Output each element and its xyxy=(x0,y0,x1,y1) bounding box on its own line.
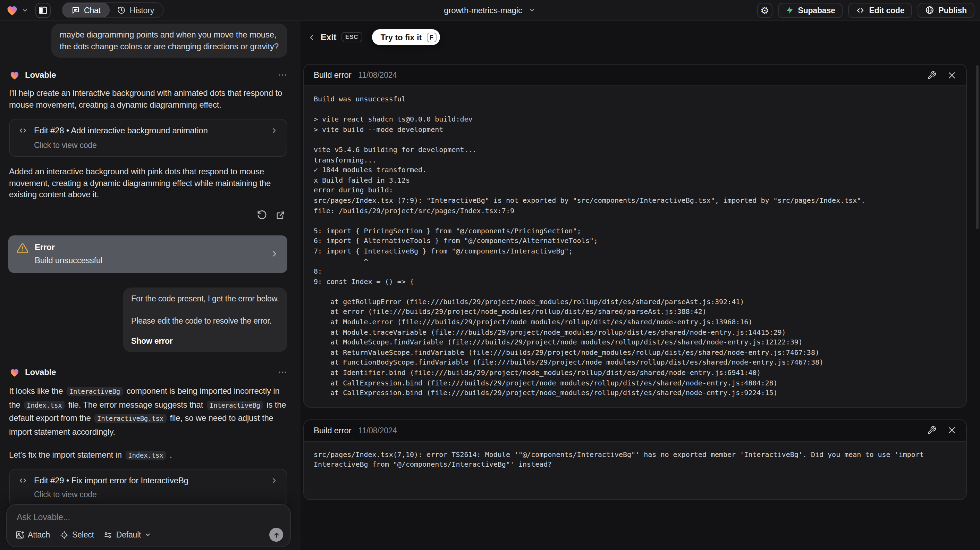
edit-card-title: Edit #28 • Add interactive background an… xyxy=(34,125,264,137)
top-bar: Chat History growth-metrics-magic ⚙ xyxy=(0,0,980,21)
assistant-fix-text-2: Let's fix the import statement in Index.… xyxy=(9,449,287,461)
build-error-card[interactable]: Error Build unsuccessful xyxy=(8,235,287,273)
error-card-title: Build error xyxy=(314,426,352,435)
edit-card-subtitle: Click to view code xyxy=(34,139,278,151)
tab-history-label: History xyxy=(130,6,154,14)
publish-label: Publish xyxy=(939,6,967,14)
lovable-logo-icon xyxy=(6,4,19,16)
error-card-header: Build error 11/08/2024 xyxy=(304,65,966,86)
supabase-button[interactable]: Supabase xyxy=(778,2,843,18)
chat-input[interactable] xyxy=(7,505,290,528)
exit-label: Exit xyxy=(321,32,336,42)
workspace-chevron-icon xyxy=(22,6,29,14)
error-panel-header: Exit ESC Try to fix it F xyxy=(307,29,967,45)
build-error-log: Build was unsuccessful > vite_react_shad… xyxy=(304,86,966,407)
chevron-right-icon xyxy=(270,249,279,258)
chat-icon xyxy=(72,6,80,14)
target-icon xyxy=(60,530,69,539)
close-icon[interactable] xyxy=(947,70,956,80)
image-icon xyxy=(15,530,24,539)
assistant-summary-text: Added an interactive background with pin… xyxy=(9,166,287,200)
warning-triangle-icon xyxy=(17,242,29,254)
model-picker[interactable]: Default xyxy=(104,530,152,539)
chevron-right-icon xyxy=(270,127,278,135)
open-preview-icon[interactable] xyxy=(275,210,285,220)
assistant-header: Lovable xyxy=(9,366,287,378)
lovable-app: Chat History growth-metrics-magic ⚙ xyxy=(0,0,980,550)
select-label: Select xyxy=(72,531,94,539)
assistant-intro-text: I'll help create an interactive backgrou… xyxy=(9,88,287,110)
chat-history-tabs: Chat History xyxy=(62,2,164,18)
attach-label: Attach xyxy=(28,531,50,539)
fix-button-label: Try to fix it xyxy=(380,32,422,42)
error-card-title: Build error xyxy=(314,70,352,80)
esc-key-hint: ESC xyxy=(341,32,362,42)
tab-history[interactable]: History xyxy=(109,3,162,17)
chat-messages: maybe diagramming points and when you mo… xyxy=(0,21,301,550)
workspace-menu[interactable] xyxy=(6,4,29,16)
attach-button[interactable]: Attach xyxy=(15,530,50,539)
sidebar-toggle-button[interactable] xyxy=(35,2,51,18)
code-brackets-icon xyxy=(856,6,865,14)
edit-card-title: Edit #29 • Fix import error for Interact… xyxy=(34,475,264,486)
error-card-subtitle: Build unsuccessful xyxy=(35,255,264,266)
arrow-up-icon xyxy=(272,531,280,539)
edit-card-28[interactable]: Edit #28 • Add interactive background an… xyxy=(9,119,287,157)
wrench-icon[interactable] xyxy=(927,70,936,80)
sliders-icon xyxy=(104,530,113,539)
assistant-fix-text: It looks like the InteractiveBg componen… xyxy=(9,385,287,438)
f-key-hint: F xyxy=(426,32,436,42)
chevron-right-icon xyxy=(270,477,278,485)
refresh-icon[interactable] xyxy=(257,210,267,220)
message-more-button[interactable] xyxy=(278,70,287,80)
message-more-button[interactable] xyxy=(278,367,287,377)
error-card-header: Build error 11/08/2024 xyxy=(304,420,966,442)
try-to-fix-button[interactable]: Try to fix it F xyxy=(372,29,440,45)
panel-left-icon xyxy=(38,5,48,15)
assistant-name: Lovable xyxy=(25,367,273,378)
settings-button[interactable]: ⚙ xyxy=(757,2,773,18)
user-message: maybe diagramming points and when you mo… xyxy=(51,24,287,57)
assistant-name: Lovable xyxy=(25,69,273,81)
edit-code-button[interactable]: Edit code xyxy=(848,2,912,18)
send-button[interactable] xyxy=(269,528,283,542)
build-error-log-card: Build error 11/08/2024 src/pages/Index.t… xyxy=(303,419,967,500)
wrench-icon[interactable] xyxy=(927,426,936,435)
chat-panel: maybe diagramming points and when you mo… xyxy=(0,21,301,550)
error-card-date: 11/08/2024 xyxy=(358,71,397,79)
code-icon xyxy=(18,127,28,135)
assistant-header: Lovable xyxy=(9,69,287,81)
close-icon[interactable] xyxy=(947,426,956,435)
exit-button[interactable]: Exit ESC xyxy=(307,32,362,42)
chevron-down-icon xyxy=(144,531,151,538)
code-icon xyxy=(18,477,28,485)
publish-button[interactable]: Publish xyxy=(918,2,974,18)
lovable-avatar-icon xyxy=(9,367,20,378)
build-error-log: src/pages/Index.tsx(7,10): error TS2614:… xyxy=(304,442,966,499)
supabase-icon xyxy=(786,6,794,14)
globe-icon xyxy=(925,6,934,14)
gear-icon: ⚙ xyxy=(760,5,769,15)
show-error-link[interactable]: Show error xyxy=(131,335,279,346)
error-card-title: Error xyxy=(35,242,55,252)
chevron-left-icon xyxy=(307,33,316,41)
select-button[interactable]: Select xyxy=(60,530,94,539)
user-message-line: For the code present, I get the error be… xyxy=(131,293,279,304)
history-icon xyxy=(117,6,126,14)
tab-chat-label: Chat xyxy=(84,6,101,14)
scrollbar-thumb[interactable] xyxy=(976,65,978,229)
supabase-label: Supabase xyxy=(798,6,835,14)
message-actions xyxy=(9,209,287,221)
model-label: Default xyxy=(116,531,141,539)
build-error-panel: Exit ESC Try to fix it F Build error 11/… xyxy=(301,21,980,550)
edit-card-29[interactable]: Edit #29 • Fix import error for Interact… xyxy=(9,469,287,507)
project-menu-chevron-icon[interactable] xyxy=(528,6,536,14)
user-message-line: Please edit the code to resolve the erro… xyxy=(131,315,279,327)
user-message: For the code present, I get the error be… xyxy=(123,287,287,352)
user-message-text: maybe diagramming points and when you mo… xyxy=(60,30,278,51)
project-name: growth-metrics-magic xyxy=(444,5,522,15)
lovable-avatar-icon xyxy=(9,70,20,80)
edit-code-label: Edit code xyxy=(869,6,905,14)
tab-chat[interactable]: Chat xyxy=(63,3,109,17)
composer: Attach Select Default xyxy=(6,504,291,547)
